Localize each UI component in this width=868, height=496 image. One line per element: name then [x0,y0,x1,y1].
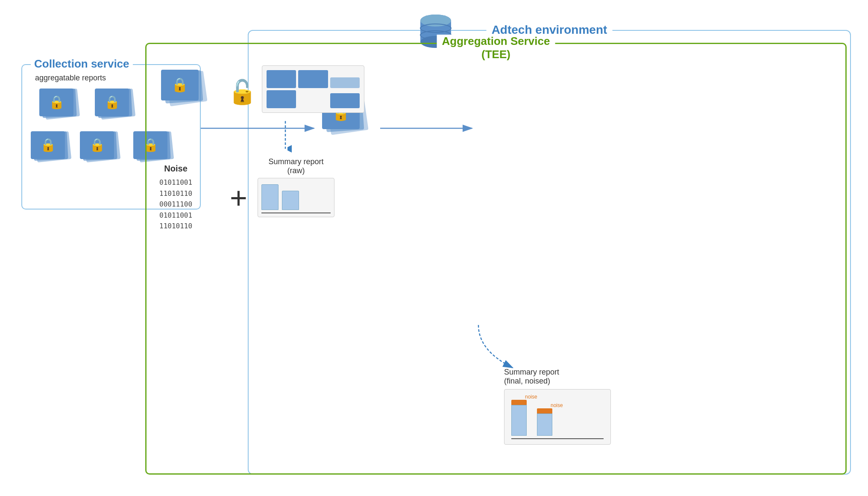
noise-label: Noise [159,164,192,174]
report-item-2: 🔒 [95,89,138,124]
svg-text:🔒: 🔒 [104,94,120,110]
decoded-report-grid [262,65,364,113]
noise-binary: 01011001 11010110 00011100 01011001 1101… [159,177,192,232]
noise-label-2: noise [551,402,563,408]
unlock-icon: 🔓 [228,78,257,106]
aggregation-tee-box: Aggregation Service (TEE) 🔒 🔓 [145,43,847,475]
diagram-container: Adtech environment Collection service ag… [9,9,859,487]
svg-point-3 [420,15,451,27]
svg-text:🔒: 🔒 [171,77,188,93]
summary-raw-container: Summary report (raw) [258,157,334,217]
tee-input-reports: 🔒 [159,70,215,118]
svg-text:🔒: 🔒 [40,137,56,153]
summary-final-sublabel: (final, noised) [504,377,550,385]
noise-section: Noise 01011001 11010110 00011100 0101100… [159,164,192,232]
svg-text:🔒: 🔒 [49,94,65,110]
collection-sublabel: aggregatable reports [35,74,106,83]
summary-final-container: Summary report (final, noised) noise noi… [504,368,611,445]
noise-label-1: noise [525,394,537,400]
svg-text:🔒: 🔒 [89,137,106,153]
tee-arrow-down [279,121,292,155]
aggregation-label: Aggregation Service (TEE) [437,35,555,61]
summary-raw-sublabel: (raw) [287,166,305,175]
report-item-3: 🔒 [31,131,73,167]
report-item-4: 🔒 [80,131,123,167]
summary-raw-label: Summary report [268,157,323,166]
summary-final-label: Summary report [504,368,559,376]
report-item-1: 🔒 [39,89,82,124]
plus-sign: + [230,181,247,215]
collection-label: Collection service [31,57,133,71]
